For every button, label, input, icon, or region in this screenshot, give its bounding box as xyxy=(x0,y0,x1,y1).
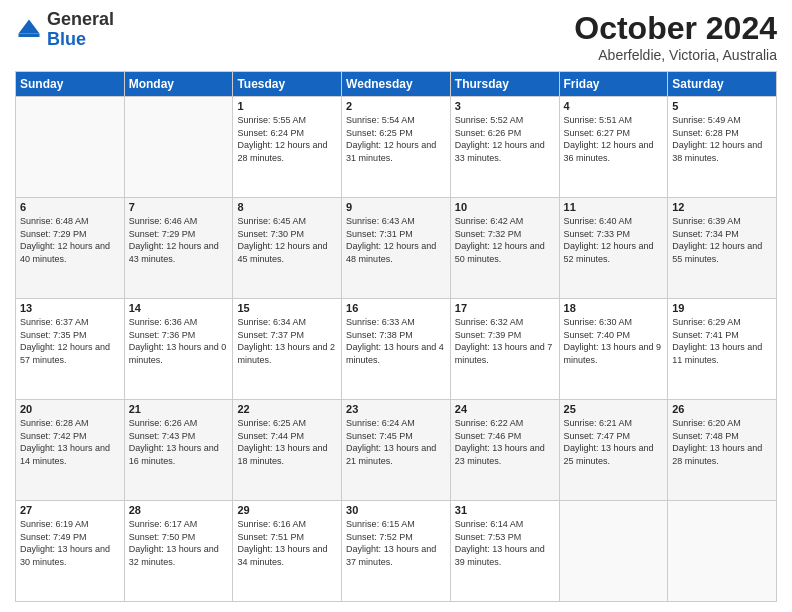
calendar-cell: 4Sunrise: 5:51 AM Sunset: 6:27 PM Daylig… xyxy=(559,97,668,198)
calendar-week-row: 6Sunrise: 6:48 AM Sunset: 7:29 PM Daylig… xyxy=(16,198,777,299)
day-number: 22 xyxy=(237,403,337,415)
day-number: 10 xyxy=(455,201,555,213)
weekday-header: Tuesday xyxy=(233,72,342,97)
day-info: Sunrise: 6:25 AM Sunset: 7:44 PM Dayligh… xyxy=(237,417,337,467)
calendar-cell: 6Sunrise: 6:48 AM Sunset: 7:29 PM Daylig… xyxy=(16,198,125,299)
calendar-cell: 12Sunrise: 6:39 AM Sunset: 7:34 PM Dayli… xyxy=(668,198,777,299)
day-number: 11 xyxy=(564,201,664,213)
calendar-cell: 20Sunrise: 6:28 AM Sunset: 7:42 PM Dayli… xyxy=(16,400,125,501)
day-number: 31 xyxy=(455,504,555,516)
day-number: 29 xyxy=(237,504,337,516)
day-info: Sunrise: 6:32 AM Sunset: 7:39 PM Dayligh… xyxy=(455,316,555,366)
day-info: Sunrise: 6:42 AM Sunset: 7:32 PM Dayligh… xyxy=(455,215,555,265)
calendar-cell: 9Sunrise: 6:43 AM Sunset: 7:31 PM Daylig… xyxy=(342,198,451,299)
day-number: 21 xyxy=(129,403,229,415)
day-number: 1 xyxy=(237,100,337,112)
day-info: Sunrise: 6:21 AM Sunset: 7:47 PM Dayligh… xyxy=(564,417,664,467)
day-number: 4 xyxy=(564,100,664,112)
calendar-cell: 25Sunrise: 6:21 AM Sunset: 7:47 PM Dayli… xyxy=(559,400,668,501)
day-info: Sunrise: 6:20 AM Sunset: 7:48 PM Dayligh… xyxy=(672,417,772,467)
calendar-cell: 3Sunrise: 5:52 AM Sunset: 6:26 PM Daylig… xyxy=(450,97,559,198)
weekday-header: Wednesday xyxy=(342,72,451,97)
day-info: Sunrise: 6:28 AM Sunset: 7:42 PM Dayligh… xyxy=(20,417,120,467)
logo-general: General xyxy=(47,9,114,29)
svg-marker-0 xyxy=(19,19,40,33)
calendar-cell xyxy=(559,501,668,602)
weekday-header: Sunday xyxy=(16,72,125,97)
day-info: Sunrise: 6:29 AM Sunset: 7:41 PM Dayligh… xyxy=(672,316,772,366)
calendar-cell: 17Sunrise: 6:32 AM Sunset: 7:39 PM Dayli… xyxy=(450,299,559,400)
day-info: Sunrise: 6:19 AM Sunset: 7:49 PM Dayligh… xyxy=(20,518,120,568)
weekday-header: Saturday xyxy=(668,72,777,97)
day-info: Sunrise: 6:48 AM Sunset: 7:29 PM Dayligh… xyxy=(20,215,120,265)
weekday-header: Thursday xyxy=(450,72,559,97)
calendar-table: SundayMondayTuesdayWednesdayThursdayFrid… xyxy=(15,71,777,602)
calendar-cell xyxy=(124,97,233,198)
day-info: Sunrise: 6:26 AM Sunset: 7:43 PM Dayligh… xyxy=(129,417,229,467)
day-info: Sunrise: 6:33 AM Sunset: 7:38 PM Dayligh… xyxy=(346,316,446,366)
page: General Blue October 2024 Aberfeldie, Vi… xyxy=(0,0,792,612)
calendar-cell: 7Sunrise: 6:46 AM Sunset: 7:29 PM Daylig… xyxy=(124,198,233,299)
calendar-cell: 13Sunrise: 6:37 AM Sunset: 7:35 PM Dayli… xyxy=(16,299,125,400)
day-info: Sunrise: 5:49 AM Sunset: 6:28 PM Dayligh… xyxy=(672,114,772,164)
calendar-cell: 10Sunrise: 6:42 AM Sunset: 7:32 PM Dayli… xyxy=(450,198,559,299)
logo-blue: Blue xyxy=(47,29,86,49)
day-info: Sunrise: 6:30 AM Sunset: 7:40 PM Dayligh… xyxy=(564,316,664,366)
day-info: Sunrise: 6:45 AM Sunset: 7:30 PM Dayligh… xyxy=(237,215,337,265)
calendar-cell: 16Sunrise: 6:33 AM Sunset: 7:38 PM Dayli… xyxy=(342,299,451,400)
day-number: 27 xyxy=(20,504,120,516)
day-number: 12 xyxy=(672,201,772,213)
day-number: 19 xyxy=(672,302,772,314)
calendar-cell: 29Sunrise: 6:16 AM Sunset: 7:51 PM Dayli… xyxy=(233,501,342,602)
day-info: Sunrise: 5:51 AM Sunset: 6:27 PM Dayligh… xyxy=(564,114,664,164)
day-info: Sunrise: 6:40 AM Sunset: 7:33 PM Dayligh… xyxy=(564,215,664,265)
weekday-header-row: SundayMondayTuesdayWednesdayThursdayFrid… xyxy=(16,72,777,97)
day-number: 13 xyxy=(20,302,120,314)
day-info: Sunrise: 6:34 AM Sunset: 7:37 PM Dayligh… xyxy=(237,316,337,366)
day-number: 14 xyxy=(129,302,229,314)
calendar-cell: 21Sunrise: 6:26 AM Sunset: 7:43 PM Dayli… xyxy=(124,400,233,501)
calendar-cell: 14Sunrise: 6:36 AM Sunset: 7:36 PM Dayli… xyxy=(124,299,233,400)
day-info: Sunrise: 5:55 AM Sunset: 6:24 PM Dayligh… xyxy=(237,114,337,164)
logo-icon xyxy=(15,16,43,44)
logo: General Blue xyxy=(15,10,114,50)
day-info: Sunrise: 6:15 AM Sunset: 7:52 PM Dayligh… xyxy=(346,518,446,568)
weekday-header: Friday xyxy=(559,72,668,97)
calendar-week-row: 1Sunrise: 5:55 AM Sunset: 6:24 PM Daylig… xyxy=(16,97,777,198)
calendar-cell: 2Sunrise: 5:54 AM Sunset: 6:25 PM Daylig… xyxy=(342,97,451,198)
calendar-cell xyxy=(16,97,125,198)
day-number: 26 xyxy=(672,403,772,415)
day-info: Sunrise: 6:14 AM Sunset: 7:53 PM Dayligh… xyxy=(455,518,555,568)
calendar-cell: 26Sunrise: 6:20 AM Sunset: 7:48 PM Dayli… xyxy=(668,400,777,501)
calendar-week-row: 27Sunrise: 6:19 AM Sunset: 7:49 PM Dayli… xyxy=(16,501,777,602)
day-number: 15 xyxy=(237,302,337,314)
day-number: 16 xyxy=(346,302,446,314)
calendar-cell: 5Sunrise: 5:49 AM Sunset: 6:28 PM Daylig… xyxy=(668,97,777,198)
day-info: Sunrise: 6:37 AM Sunset: 7:35 PM Dayligh… xyxy=(20,316,120,366)
calendar-cell: 15Sunrise: 6:34 AM Sunset: 7:37 PM Dayli… xyxy=(233,299,342,400)
day-number: 25 xyxy=(564,403,664,415)
calendar-cell: 11Sunrise: 6:40 AM Sunset: 7:33 PM Dayli… xyxy=(559,198,668,299)
day-number: 20 xyxy=(20,403,120,415)
calendar-cell: 31Sunrise: 6:14 AM Sunset: 7:53 PM Dayli… xyxy=(450,501,559,602)
calendar-cell: 22Sunrise: 6:25 AM Sunset: 7:44 PM Dayli… xyxy=(233,400,342,501)
day-info: Sunrise: 6:36 AM Sunset: 7:36 PM Dayligh… xyxy=(129,316,229,366)
day-number: 9 xyxy=(346,201,446,213)
day-number: 5 xyxy=(672,100,772,112)
calendar-week-row: 13Sunrise: 6:37 AM Sunset: 7:35 PM Dayli… xyxy=(16,299,777,400)
calendar-cell: 19Sunrise: 6:29 AM Sunset: 7:41 PM Dayli… xyxy=(668,299,777,400)
title-block: October 2024 Aberfeldie, Victoria, Austr… xyxy=(574,10,777,63)
calendar-cell: 8Sunrise: 6:45 AM Sunset: 7:30 PM Daylig… xyxy=(233,198,342,299)
day-number: 8 xyxy=(237,201,337,213)
day-info: Sunrise: 5:52 AM Sunset: 6:26 PM Dayligh… xyxy=(455,114,555,164)
day-info: Sunrise: 6:43 AM Sunset: 7:31 PM Dayligh… xyxy=(346,215,446,265)
month-title: October 2024 xyxy=(574,10,777,47)
weekday-header: Monday xyxy=(124,72,233,97)
day-info: Sunrise: 6:22 AM Sunset: 7:46 PM Dayligh… xyxy=(455,417,555,467)
day-number: 18 xyxy=(564,302,664,314)
day-info: Sunrise: 6:24 AM Sunset: 7:45 PM Dayligh… xyxy=(346,417,446,467)
calendar-cell: 23Sunrise: 6:24 AM Sunset: 7:45 PM Dayli… xyxy=(342,400,451,501)
header: General Blue October 2024 Aberfeldie, Vi… xyxy=(15,10,777,63)
day-number: 28 xyxy=(129,504,229,516)
calendar-cell xyxy=(668,501,777,602)
